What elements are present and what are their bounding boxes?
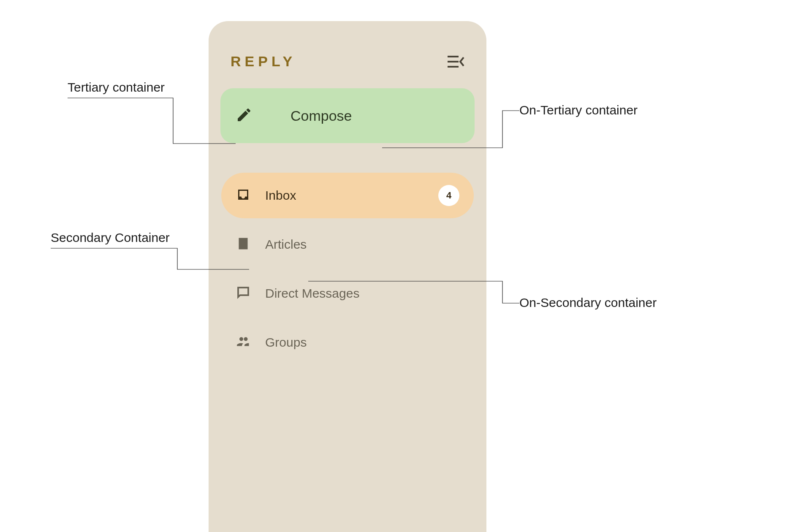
- nav-item-label: Groups: [265, 335, 307, 350]
- nav-item-articles[interactable]: Articles: [221, 222, 474, 267]
- groups-icon: [236, 334, 251, 351]
- drawer-header: REPLY: [220, 36, 475, 88]
- callout-tertiary: Tertiary container: [68, 80, 165, 95]
- inbox-icon: [236, 187, 251, 204]
- nav-item-inbox[interactable]: Inbox 4: [221, 173, 474, 218]
- callout-on-secondary: On-Secondary container: [519, 296, 657, 310]
- chat-icon: [236, 285, 251, 302]
- callout-on-tertiary: On-Tertiary container: [519, 103, 638, 117]
- compose-button[interactable]: Compose: [220, 88, 475, 143]
- brand-wordmark: REPLY: [231, 53, 296, 70]
- nav-drawer-inner: REPLY Compose: [209, 21, 486, 365]
- article-icon: [236, 236, 251, 253]
- edit-icon: [236, 106, 252, 125]
- nav-list: Inbox 4 Articles Direct Messages: [220, 173, 475, 365]
- nav-item-label: Articles: [265, 237, 307, 252]
- nav-drawer-panel: REPLY Compose: [209, 21, 486, 532]
- menu-close-icon[interactable]: [447, 55, 464, 68]
- diagram-stage: REPLY Compose: [0, 0, 809, 532]
- callout-secondary: Secondary Container: [51, 231, 170, 245]
- nav-item-direct-messages[interactable]: Direct Messages: [221, 271, 474, 316]
- nav-item-groups[interactable]: Groups: [221, 320, 474, 365]
- compose-label: Compose: [290, 108, 352, 124]
- inbox-count-badge: 4: [438, 185, 459, 206]
- nav-item-label: Direct Messages: [265, 286, 359, 301]
- nav-item-label: Inbox: [265, 188, 296, 203]
